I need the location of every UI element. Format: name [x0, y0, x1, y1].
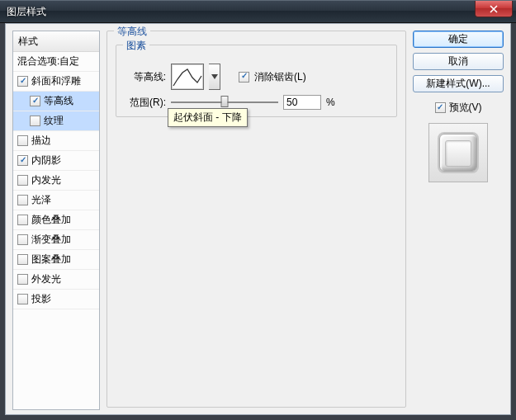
cancel-button-label: 取消	[448, 54, 468, 68]
style-item-checkbox[interactable]	[30, 96, 40, 106]
style-item-3[interactable]: 描边	[13, 131, 99, 151]
settings-panel: 等高线 图素 等高线:	[107, 31, 406, 408]
style-item-5[interactable]: 内发光	[13, 171, 99, 191]
style-item-checkbox[interactable]	[17, 195, 28, 205]
style-item-4[interactable]: 内阴影	[13, 151, 99, 171]
style-item-10[interactable]: 外发光	[13, 270, 99, 290]
contour-tooltip: 起伏斜面 - 下降	[168, 108, 248, 127]
contour-dropdown[interactable]	[209, 64, 220, 90]
range-unit: %	[326, 97, 335, 108]
style-item-6[interactable]: 光泽	[13, 191, 99, 210]
contour-preview[interactable]	[171, 64, 204, 90]
cancel-button[interactable]: 取消	[413, 53, 504, 70]
preview-swatch-icon	[439, 134, 477, 172]
style-item-checkbox[interactable]	[17, 234, 28, 245]
range-label: 范围(R):	[125, 96, 166, 110]
range-slider[interactable]	[171, 95, 278, 110]
style-item-0[interactable]: 斜面和浮雕	[13, 72, 99, 92]
style-list-header: 样式	[13, 31, 99, 52]
style-list: 样式 混合选项:自定 斜面和浮雕等高线纹理描边内阴影内发光光泽颜色叠加渐变叠加图…	[12, 31, 100, 410]
style-item-2[interactable]: 纹理	[13, 111, 99, 131]
style-item-checkbox[interactable]	[17, 135, 28, 146]
close-icon	[490, 5, 498, 13]
style-item-label: 斜面和浮雕	[31, 74, 81, 88]
style-item-label: 等高线	[44, 94, 73, 108]
style-item-9[interactable]: 图案叠加	[13, 250, 99, 270]
style-item-checkbox[interactable]	[17, 254, 28, 265]
style-item-checkbox[interactable]	[17, 274, 28, 285]
elements-group: 图素 等高线:	[116, 45, 397, 117]
preview-toggle-row: 预览(V)	[413, 101, 504, 115]
range-row: 范围(R): %	[125, 95, 388, 110]
style-item-checkbox[interactable]	[17, 155, 28, 166]
contour-label: 等高线:	[125, 70, 166, 84]
style-item-checkbox[interactable]	[17, 175, 28, 186]
blend-options-row[interactable]: 混合选项:自定	[13, 52, 99, 72]
contour-group: 等高线 图素 等高线:	[107, 31, 406, 408]
style-item-label: 渐变叠加	[31, 233, 71, 247]
style-item-label: 内发光	[31, 173, 61, 187]
range-input[interactable]	[283, 95, 321, 110]
preview-box	[428, 123, 488, 182]
layer-style-window: 图层样式 样式 混合选项:自定 斜面和浮雕等高线纹理描边内阴影内发光光泽颜色叠加…	[0, 0, 516, 420]
button-column: 确定 取消 新建样式(W)... 预览(V)	[413, 31, 504, 408]
window-close-button[interactable]	[475, 1, 513, 17]
style-item-checkbox[interactable]	[17, 294, 28, 304]
style-item-1[interactable]: 等高线	[13, 92, 99, 111]
ok-button[interactable]: 确定	[413, 31, 504, 48]
window-title: 图层样式	[7, 5, 46, 19]
style-item-label: 投影	[31, 292, 51, 306]
ok-button-label: 确定	[448, 32, 468, 46]
style-item-label: 内阴影	[31, 153, 61, 168]
style-item-checkbox[interactable]	[30, 116, 40, 126]
antialias-checkbox[interactable]	[239, 72, 249, 83]
blend-options-label: 混合选项:自定	[17, 54, 79, 68]
style-item-label: 图案叠加	[31, 252, 71, 267]
style-item-7[interactable]: 颜色叠加	[13, 210, 99, 230]
style-item-label: 外发光	[31, 272, 61, 286]
style-item-8[interactable]: 渐变叠加	[13, 230, 99, 250]
elements-group-legend: 图素	[123, 39, 149, 53]
antialias-label: 消除锯齿(L)	[254, 70, 306, 84]
titlebar: 图层样式	[0, 0, 516, 23]
contour-group-legend: 等高线	[114, 25, 150, 39]
preview-label: 预览(V)	[449, 101, 482, 115]
new-style-button-label: 新建样式(W)...	[426, 77, 490, 91]
style-item-label: 描边	[31, 134, 51, 148]
style-item-label: 光泽	[31, 193, 51, 207]
style-item-checkbox[interactable]	[17, 76, 28, 87]
dialog-body: 样式 混合选项:自定 斜面和浮雕等高线纹理描边内阴影内发光光泽颜色叠加渐变叠加图…	[5, 23, 511, 415]
style-item-label: 颜色叠加	[31, 213, 71, 227]
style-item-checkbox[interactable]	[17, 215, 28, 225]
slider-thumb-icon	[221, 96, 229, 107]
contour-row: 等高线:	[125, 64, 388, 90]
style-item-11[interactable]: 投影	[13, 290, 99, 309]
chevron-down-icon	[211, 74, 218, 79]
style-item-label: 纹理	[44, 114, 64, 128]
preview-checkbox[interactable]	[435, 102, 446, 113]
contour-curve-icon	[173, 66, 202, 87]
new-style-button[interactable]: 新建样式(W)...	[413, 75, 504, 92]
